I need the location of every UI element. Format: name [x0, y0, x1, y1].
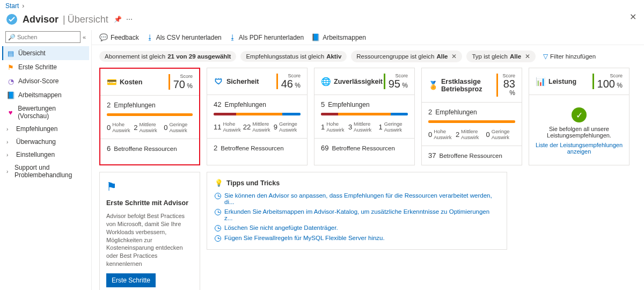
filter-status[interactable]: Empfehlungsstatus ist gleich Aktiv: [240, 51, 347, 62]
shield-icon: 🛡: [214, 77, 223, 86]
card-performance[interactable]: 📊Leistung Score100 % ✓ Sie befolgen all …: [529, 68, 630, 165]
search-input[interactable]: [17, 34, 78, 40]
clock-icon: [215, 209, 221, 215]
search-input-wrapper[interactable]: 🔎: [5, 31, 80, 43]
card-opex[interactable]: 🏅Erstklassige Betriebsproz Score83 % 2Em…: [421, 68, 522, 165]
pin-icon[interactable]: 📌: [114, 16, 122, 23]
chevron-right-icon: ›: [6, 126, 13, 132]
score-block: Score70 %: [169, 74, 193, 90]
sidebar-item-workbooks[interactable]: 📘Arbeitsmappen: [2, 88, 89, 102]
toolbar: 💬Feedback ⭳Als CSV herunterladen ⭳Als PD…: [92, 30, 644, 45]
search-icon: 🔎: [8, 34, 16, 41]
sidebar: 🔎 « ▤Übersicht ⚑Erste Schritte ◔Advisor-…: [0, 30, 91, 290]
filter-resourcegroup[interactable]: Ressourcengruppe ist gleich Alle✕: [351, 50, 462, 62]
perf-link[interactable]: Liste der Leistungsempfehlungen anzeigen: [535, 142, 624, 155]
feedback-button[interactable]: 💬Feedback: [99, 33, 139, 41]
tip-item[interactable]: Sie können den Advisor so anpassen, dass…: [215, 192, 499, 205]
perf-message: Sie befolgen all unsere Leistungsempfehl…: [535, 126, 624, 139]
tip-item[interactable]: Fügen Sie Firewallregeln für MySQL Flexi…: [215, 235, 499, 242]
breadcrumb-start[interactable]: Start: [5, 2, 19, 10]
workbooks-button[interactable]: 📘Arbeitsmappen: [311, 33, 366, 41]
globe-icon: 🌐: [321, 77, 331, 86]
more-icon[interactable]: ⋯: [126, 16, 133, 23]
sidebar-item-overview[interactable]: ▤Übersicht: [2, 46, 89, 60]
main-content: 💬Feedback ⭳Als CSV herunterladen ⭳Als PD…: [91, 30, 644, 290]
remove-filter-icon[interactable]: ✕: [525, 53, 530, 60]
chevron-right-icon: ›: [6, 152, 13, 158]
tip-item[interactable]: Löschen Sie nicht angefügte Datenträger.: [215, 224, 499, 231]
trophy-icon: 🏅: [428, 81, 438, 90]
download-csv-button[interactable]: ⭳Als CSV herunterladen: [147, 33, 222, 41]
sidebar-item-label: Bewertungen (Vorschau): [18, 105, 85, 120]
sidebar-item-recommendations[interactable]: ›Empfehlungen: [2, 122, 89, 135]
download-icon: ⭳: [147, 33, 153, 41]
check-circle-icon: ✓: [572, 107, 587, 122]
gs-description: Advisor befolgt Best Practices von Micro…: [106, 212, 193, 268]
filter-subscription[interactable]: Abonnement ist gleich 21 von 29 ausgewäh…: [99, 51, 236, 62]
getting-started-card: ⚑ Erste Schritte mit Advisor Advisor bef…: [99, 172, 200, 290]
sidebar-item-getting-started[interactable]: ⚑Erste Schritte: [2, 60, 89, 74]
sidebar-item-label: Einstellungen: [16, 151, 55, 158]
chevron-right-icon: ›: [6, 169, 11, 175]
chevron-right-icon: ›: [22, 2, 24, 10]
page-subtitle: Übersicht: [68, 14, 108, 25]
add-filter-button[interactable]: ▽Filter hinzufügen: [540, 50, 599, 62]
heart-icon: ♥: [6, 108, 14, 117]
clock-icon: [215, 225, 221, 231]
advisor-logo-icon: [5, 13, 18, 26]
workbook-icon: 📘: [6, 91, 15, 99]
collapse-sidebar-icon[interactable]: «: [83, 34, 86, 40]
score-icon: ◔: [6, 77, 15, 85]
sidebar-item-label: Advisor-Score: [18, 77, 58, 85]
tips-card: 💡Tipps und Tricks Sie können den Advisor…: [207, 172, 507, 250]
cost-icon: 💳: [107, 77, 116, 87]
flag-icon: ⚑: [106, 180, 193, 194]
flag-icon: ⚑: [6, 63, 15, 71]
feedback-icon: 💬: [99, 33, 108, 41]
chart-icon: 📊: [536, 77, 545, 86]
filter-type[interactable]: Typ ist gleich Alle✕: [466, 50, 536, 62]
overview-icon: ▤: [6, 49, 15, 57]
gs-title: Erste Schritte mit Advisor: [106, 199, 193, 207]
card-cost[interactable]: 💳Kosten Score70 % 2Empfehlungen 0Hohe Au…: [99, 68, 200, 165]
sidebar-item-score[interactable]: ◔Advisor-Score: [2, 74, 89, 88]
workbook-icon: 📘: [311, 33, 320, 41]
sidebar-item-label: Übersicht: [18, 49, 46, 57]
sidebar-item-assessments[interactable]: ♥Bewertungen (Vorschau): [2, 102, 89, 122]
clock-icon: [215, 193, 221, 199]
score-cards-row: 💳Kosten Score70 % 2Empfehlungen 0Hohe Au…: [92, 68, 644, 165]
getting-started-button[interactable]: Erste Schritte: [106, 273, 156, 287]
sidebar-item-label: Arbeitsmappen: [18, 91, 62, 99]
tip-item[interactable]: Erkunden Sie Arbeitsmappen im Advisor-Ka…: [215, 208, 499, 221]
impact-bar: [107, 113, 193, 116]
page-title: Advisor: [23, 14, 58, 25]
funnel-icon: ▽: [543, 53, 548, 60]
card-security[interactable]: 🛡Sicherheit Score46 % 42Empfehlungen 11H…: [207, 68, 308, 165]
sidebar-item-support[interactable]: ›Support und Problembehandlung: [2, 161, 89, 182]
sidebar-item-label: Überwachung: [16, 138, 56, 146]
download-icon: ⭳: [229, 33, 236, 41]
sidebar-item-label: Support und Problembehandlung: [14, 164, 85, 179]
clock-icon: [215, 235, 221, 242]
filter-bar: Abonnement ist gleich 21 von 29 ausgewäh…: [92, 45, 644, 68]
card-reliability[interactable]: 🌐Zuverlässigkeit Score95 % 5Empfehlungen…: [314, 68, 415, 165]
sidebar-item-label: Empfehlungen: [16, 125, 57, 133]
remove-filter-icon[interactable]: ✕: [451, 53, 457, 60]
download-pdf-button[interactable]: ⭳Als PDF herunterladen: [229, 33, 304, 41]
page-header: Advisor | Übersicht 📌 ⋯ ✕: [0, 12, 644, 30]
chevron-right-icon: ›: [6, 139, 13, 145]
sidebar-item-settings[interactable]: ›Einstellungen: [2, 148, 89, 161]
breadcrumb: Start ›: [0, 0, 644, 12]
lightbulb-icon: 💡: [215, 179, 223, 187]
sidebar-item-label: Erste Schritte: [18, 63, 57, 71]
sidebar-item-monitoring[interactable]: ›Überwachung: [2, 135, 89, 148]
close-icon[interactable]: ✕: [630, 12, 636, 22]
